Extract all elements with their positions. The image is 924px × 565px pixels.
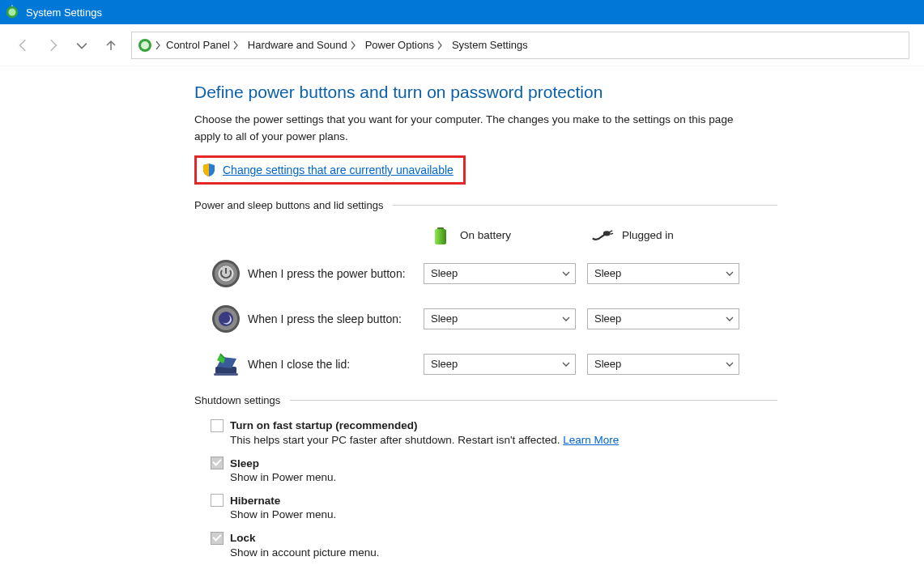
opt-label: Sleep — [230, 457, 259, 469]
opt-lock: Lock Show in account picture menu. — [211, 532, 777, 561]
opt-label: Turn on fast startup (recommended) — [230, 419, 418, 431]
opt-desc-text: This helps start your PC faster after sh… — [230, 434, 563, 446]
opt-label: Lock — [230, 532, 256, 544]
svg-rect-17 — [214, 373, 238, 376]
opt-desc: Show in Power menu. — [230, 469, 777, 486]
control-panel-icon-crumb[interactable] — [137, 32, 163, 58]
change-unavailable-settings-link[interactable]: Change settings that are currently unava… — [194, 155, 466, 185]
forward-button[interactable] — [44, 36, 62, 54]
close-lid-battery-dropdown[interactable]: Sleep — [424, 354, 576, 375]
section-rule — [290, 400, 777, 401]
window-title: System Settings — [26, 6, 102, 19]
mode-plugged-in: Plugged in — [591, 224, 753, 247]
section-label: Shutdown settings — [194, 394, 280, 406]
shield-icon — [202, 163, 216, 177]
shutdown-options: Turn on fast startup (recommended) This … — [211, 419, 777, 561]
control-panel-icon — [137, 37, 153, 53]
breadcrumb-control-panel[interactable]: Control Panel — [163, 32, 245, 58]
mode-on-battery: On battery — [429, 224, 591, 247]
opt-fast-startup: Turn on fast startup (recommended) This … — [211, 419, 777, 448]
content-area: Define power buttons and turn on passwor… — [0, 66, 777, 561]
svg-line-8 — [610, 231, 613, 232]
breadcrumb-hardware-and-sound[interactable]: Hardware and Sound — [245, 32, 362, 58]
dropdown-value: Sleep — [431, 267, 458, 279]
chevron-right-icon — [436, 40, 444, 50]
setting-row-sleep-button: When I press the sleep button: Sleep Sle… — [211, 304, 777, 334]
recent-locations-button[interactable] — [73, 36, 91, 54]
svg-point-7 — [603, 231, 611, 236]
opt-label: Hibernate — [230, 495, 280, 507]
titlebar: System Settings — [0, 0, 924, 24]
chevron-right-icon — [232, 40, 240, 50]
opt-desc: Show in Power menu. — [230, 507, 777, 523]
chevron-down-icon — [562, 360, 570, 368]
sleep-button-plugged-dropdown[interactable]: Sleep — [587, 308, 739, 329]
checkbox-fast-startup[interactable] — [211, 419, 224, 432]
breadcrumb-system-settings[interactable]: System Settings — [449, 32, 531, 58]
up-button[interactable] — [102, 36, 120, 54]
svg-point-1 — [9, 9, 16, 16]
checkbox-hibernate[interactable] — [211, 494, 224, 507]
mode-headers: On battery Plugged in — [429, 224, 777, 247]
admin-link-text: Change settings that are currently unava… — [223, 164, 453, 176]
breadcrumb: Control Panel Hardware and Sound Power O… — [131, 32, 909, 59]
page-description: Choose the power settings that you want … — [194, 112, 753, 146]
sleep-button-icon — [211, 304, 241, 334]
power-button-battery-dropdown[interactable]: Sleep — [424, 263, 576, 284]
row-label: When I close the lid: — [241, 358, 424, 371]
svg-rect-6 — [435, 229, 446, 244]
close-lid-plugged-dropdown[interactable]: Sleep — [587, 354, 739, 375]
opt-desc: Show in account picture menu. — [230, 545, 777, 561]
chevron-down-icon — [726, 315, 734, 323]
setting-row-power-button: When I press the power button: Sleep Sle… — [211, 258, 777, 289]
mode-label: Plugged in — [622, 229, 674, 241]
section-rule — [393, 205, 777, 206]
opt-hibernate: Hibernate Show in Power menu. — [211, 494, 777, 523]
crumb-label: Hardware and Sound — [248, 39, 347, 51]
mode-label: On battery — [460, 229, 511, 241]
chevron-down-icon — [726, 270, 734, 278]
section-label: Power and sleep buttons and lid settings — [194, 199, 383, 211]
battery-icon — [429, 224, 452, 247]
app-icon — [5, 5, 19, 19]
dropdown-group: Sleep Sleep — [424, 263, 739, 284]
power-button-icon — [211, 258, 241, 289]
chevron-down-icon — [726, 360, 734, 368]
crumb-label: Power Options — [365, 39, 434, 51]
opt-desc: This helps start your PC faster after sh… — [230, 432, 777, 448]
chevron-right-icon — [349, 40, 357, 50]
crumb-label: System Settings — [452, 39, 528, 51]
power-section-header: Power and sleep buttons and lid settings — [194, 199, 777, 211]
dropdown-value: Sleep — [431, 358, 458, 370]
dropdown-group: Sleep Sleep — [424, 354, 739, 375]
svg-line-9 — [611, 233, 614, 234]
chevron-right-icon — [155, 40, 161, 50]
page-title: Define power buttons and turn on passwor… — [194, 83, 777, 102]
sleep-button-battery-dropdown[interactable]: Sleep — [424, 308, 576, 329]
dropdown-value: Sleep — [594, 358, 621, 370]
crumb-label: Control Panel — [166, 39, 230, 51]
navbar: Control Panel Hardware and Sound Power O… — [0, 24, 924, 66]
svg-rect-16 — [215, 367, 236, 374]
row-label: When I press the power button: — [241, 267, 424, 280]
svg-point-3 — [141, 41, 149, 49]
dropdown-value: Sleep — [594, 267, 621, 279]
power-button-plugged-dropdown[interactable]: Sleep — [587, 263, 739, 284]
plug-icon — [591, 224, 614, 247]
checkbox-sleep[interactable] — [211, 457, 224, 469]
laptop-lid-icon — [211, 349, 241, 380]
shutdown-section-header: Shutdown settings — [194, 394, 777, 406]
chevron-down-icon — [562, 270, 570, 278]
dropdown-value: Sleep — [594, 312, 621, 325]
back-button[interactable] — [15, 36, 32, 54]
breadcrumb-power-options[interactable]: Power Options — [362, 32, 449, 58]
dropdown-group: Sleep Sleep — [424, 308, 739, 329]
checkbox-lock[interactable] — [211, 532, 224, 545]
setting-row-close-lid: When I close the lid: Sleep Sleep — [211, 349, 777, 380]
learn-more-link[interactable]: Learn More — [563, 434, 619, 446]
dropdown-value: Sleep — [431, 312, 458, 325]
opt-sleep: Sleep Show in Power menu. — [211, 457, 777, 486]
chevron-down-icon — [562, 315, 570, 323]
row-label: When I press the sleep button: — [241, 312, 424, 325]
